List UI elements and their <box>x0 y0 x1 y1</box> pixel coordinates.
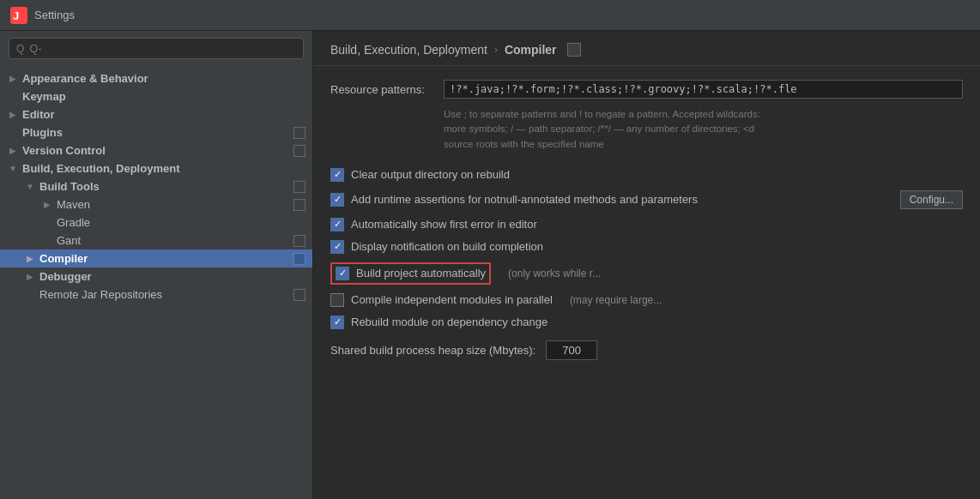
checkbox-rebuild-module[interactable]: ✓ <box>330 316 344 329</box>
sidebar-item-gradle[interactable]: Gradle <box>0 213 312 231</box>
checkbox-row-display-notification: ✓ Display notification on build completi… <box>330 236 963 258</box>
chevron-icon: ▶ <box>7 110 19 119</box>
chevron-icon: ▼ <box>24 182 36 191</box>
sidebar-item-compiler[interactable]: ▶ Compiler <box>0 250 312 268</box>
sidebar-item-remote-jar[interactable]: Remote Jar Repositories <box>0 286 312 304</box>
sidebar-item-editor[interactable]: ▶ Editor <box>0 105 312 123</box>
breadcrumb-icon <box>567 43 581 57</box>
checkbox-label-compile-parallel: Compile independent modules in parallel <box>351 293 553 306</box>
checkmark-icon: ✓ <box>334 195 342 204</box>
sidebar-item-appearance[interactable]: ▶ Appearance & Behavior <box>0 69 312 87</box>
checkbox-show-first-error[interactable]: ✓ <box>330 218 344 231</box>
sidebar: Q ▶ Appearance & Behavior Keymap ▶ Edito… <box>0 31 313 499</box>
sidebar-item-build-exec-deploy[interactable]: ▼ Build, Execution, Deployment <box>0 159 312 177</box>
settings-icon <box>293 235 305 247</box>
content-area: Build, Execution, Deployment › Compiler … <box>313 31 980 499</box>
checkbox-row-build-auto: ✓ Build project automatically (only work… <box>330 258 963 289</box>
settings-icon <box>293 181 305 193</box>
breadcrumb-arrow: › <box>494 44 498 56</box>
sidebar-item-label: Editor <box>22 108 55 121</box>
sidebar-item-label: Build, Execution, Deployment <box>22 162 179 175</box>
spacer <box>41 218 53 227</box>
content-body: Resource patterns: !?*.java;!?*.form;!?*… <box>313 66 980 381</box>
settings-icon <box>293 145 305 157</box>
sidebar-tree: ▶ Appearance & Behavior Keymap ▶ Editor … <box>0 66 312 499</box>
build-auto-side-note: (only works while r... <box>508 268 601 280</box>
sidebar-item-label: Build Tools <box>39 180 100 193</box>
content-header: Build, Execution, Deployment › Compiler <box>313 31 980 66</box>
chevron-icon: ▶ <box>7 74 19 83</box>
title-bar: J Settings <box>0 0 980 31</box>
sidebar-item-label: Compiler <box>39 252 88 265</box>
search-input[interactable] <box>29 42 296 55</box>
settings-icon <box>293 253 305 265</box>
sidebar-item-label: Remote Jar Repositories <box>39 288 162 301</box>
heap-size-label: Shared build process heap size (Mbytes): <box>330 344 535 357</box>
chevron-icon: ▼ <box>7 164 19 173</box>
sidebar-item-label: Maven <box>57 198 90 211</box>
checkbox-label-clear-output: Clear output directory on rebuild <box>351 168 510 181</box>
sidebar-item-gant[interactable]: Gant <box>0 231 312 250</box>
sidebar-item-build-tools[interactable]: ▼ Build Tools <box>0 177 312 195</box>
search-icon: Q <box>16 43 24 55</box>
help-text-line3: source roots with the specified name <box>444 137 963 152</box>
heap-size-input[interactable] <box>546 340 597 360</box>
heap-size-row: Shared build process heap size (Mbytes): <box>330 334 963 367</box>
sidebar-item-plugins[interactable]: Plugins <box>0 123 312 141</box>
settings-icon <box>293 199 305 211</box>
checkbox-label-show-first-error: Automatically show first error in editor <box>351 218 537 231</box>
resource-patterns-input[interactable]: !?*.java;!?*.form;!?*.class;!?*.groovy;!… <box>444 80 963 99</box>
chevron-icon: ▶ <box>24 254 36 263</box>
help-text-line1: Use ; to separate patterns and ! to nega… <box>444 107 963 122</box>
sidebar-item-keymap[interactable]: Keymap <box>0 87 312 105</box>
sidebar-item-maven[interactable]: ▶ Maven <box>0 195 312 213</box>
checkbox-compile-parallel[interactable] <box>330 293 344 307</box>
checkbox-clear-output[interactable]: ✓ <box>330 168 344 182</box>
resource-patterns-label: Resource patterns: <box>330 83 433 96</box>
sidebar-item-label: Plugins <box>22 126 63 139</box>
sidebar-item-label: Gradle <box>57 216 90 229</box>
svg-text:J: J <box>13 9 19 22</box>
build-auto-highlighted: ✓ Build project automatically <box>330 262 491 285</box>
spacer <box>7 92 19 101</box>
help-text: Use ; to separate patterns and ! to nega… <box>330 107 963 152</box>
settings-icon <box>293 289 305 301</box>
spacer <box>41 236 53 245</box>
settings-icon <box>293 127 305 139</box>
checkmark-icon: ✓ <box>339 268 347 278</box>
sidebar-item-debugger[interactable]: ▶ Debugger <box>0 268 312 286</box>
checkbox-label-build-auto: Build project automatically <box>356 267 486 280</box>
sidebar-item-version-control[interactable]: ▶ Version Control <box>0 141 312 159</box>
checkbox-row-rebuild-module: ✓ Rebuild module on dependency change <box>330 311 963 334</box>
checkbox-row-clear-output: ✓ Clear output directory on rebuild <box>330 164 963 186</box>
checkbox-row-show-first-error: ✓ Automatically show first error in edit… <box>330 213 963 236</box>
resource-patterns-row: Resource patterns: !?*.java;!?*.form;!?*… <box>330 80 963 99</box>
sidebar-item-label: Debugger <box>39 270 92 283</box>
checkbox-display-notification[interactable]: ✓ <box>330 240 344 254</box>
window-title: Settings <box>34 9 75 21</box>
checkmark-icon: ✓ <box>334 317 342 327</box>
sidebar-item-label: Gant <box>57 234 81 247</box>
sidebar-item-label: Version Control <box>22 144 106 157</box>
main-layout: Q ▶ Appearance & Behavior Keymap ▶ Edito… <box>0 31 980 499</box>
spacer <box>24 290 36 299</box>
checkmark-icon: ✓ <box>334 219 342 229</box>
sidebar-item-label: Appearance & Behavior <box>22 72 148 85</box>
help-text-line2: more symbols; / — path separator; /**/ —… <box>444 122 963 136</box>
spacer <box>7 128 19 137</box>
checkbox-add-runtime[interactable]: ✓ <box>330 193 344 207</box>
breadcrumb-current: Compiler <box>505 43 557 57</box>
configure-button[interactable]: Configu... <box>900 190 963 209</box>
checkbox-label-display-notification: Display notification on build completion <box>351 240 543 253</box>
checkbox-row-compile-parallel: Compile independent modules in parallel … <box>330 289 963 311</box>
chevron-icon: ▶ <box>24 272 36 281</box>
sidebar-item-label: Keymap <box>22 90 66 103</box>
checkbox-row-add-runtime: ✓ Add runtime assertions for notnull-ann… <box>330 186 963 213</box>
search-box[interactable]: Q <box>9 38 304 59</box>
chevron-icon: ▶ <box>7 146 19 155</box>
checkbox-label-add-runtime: Add runtime assertions for notnull-annot… <box>351 193 698 206</box>
checkbox-build-auto[interactable]: ✓ <box>336 267 349 280</box>
checkmark-icon: ✓ <box>334 242 342 251</box>
chevron-icon: ▶ <box>41 200 53 209</box>
breadcrumb-section: Build, Execution, Deployment <box>330 43 487 57</box>
